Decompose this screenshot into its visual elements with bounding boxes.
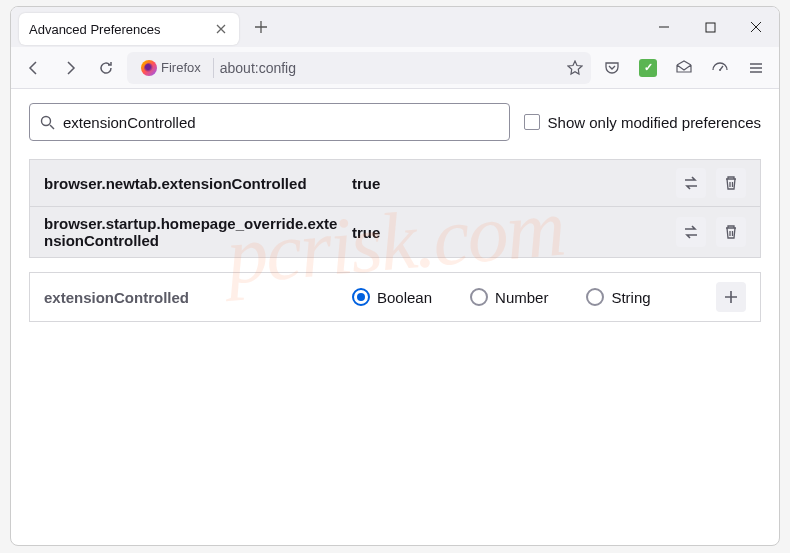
url-separator [213,58,214,78]
radio-icon [470,288,488,306]
type-boolean-radio[interactable]: Boolean [352,288,432,306]
pref-row[interactable]: browser.startup.homepage_override.extens… [30,207,760,257]
show-modified-checkbox[interactable]: Show only modified preferences [524,114,761,131]
radio-icon [352,288,370,306]
pref-name: browser.newtab.extensionControlled [44,175,344,192]
pocket-icon[interactable] [597,53,627,83]
prefs-table: browser.newtab.extensionControlled true … [29,159,761,258]
type-label: String [611,289,650,306]
titlebar: Advanced Preferences [11,7,779,47]
delete-button[interactable] [716,168,746,198]
type-label: Boolean [377,289,432,306]
tab-active[interactable]: Advanced Preferences [19,13,239,45]
svg-point-2 [42,116,51,125]
window-controls [641,7,779,47]
gauge-icon[interactable] [705,53,735,83]
new-pref-row: extensionControlled Boolean Number Strin… [29,272,761,322]
url-text: about:config [220,60,561,76]
delete-button[interactable] [716,217,746,247]
type-options: Boolean Number String [352,288,708,306]
app-menu-button[interactable] [741,53,771,83]
type-number-radio[interactable]: Number [470,288,548,306]
identity-label: Firefox [161,60,201,75]
checkbox-icon [524,114,540,130]
content-area: Show only modified preferences browser.n… [11,89,779,336]
toggle-button[interactable] [676,168,706,198]
pref-value: true [352,224,668,241]
url-bar[interactable]: Firefox about:config [127,52,591,84]
browser-window: Advanced Preferences [10,6,780,546]
toolbar: Firefox about:config [11,47,779,89]
bookmark-star-icon[interactable] [567,60,583,76]
maximize-button[interactable] [687,7,733,47]
search-row: Show only modified preferences [29,103,761,141]
type-string-radio[interactable]: String [586,288,650,306]
pref-row[interactable]: browser.newtab.extensionControlled true [30,160,760,207]
svg-rect-0 [706,23,715,32]
forward-button[interactable] [55,53,85,83]
pref-name: browser.startup.homepage_override.extens… [44,215,344,249]
radio-icon [586,288,604,306]
search-input[interactable] [63,114,499,131]
tab-close-icon[interactable] [213,21,229,37]
search-icon [40,115,55,130]
toggle-button[interactable] [676,217,706,247]
svg-point-1 [719,69,721,71]
minimize-button[interactable] [641,7,687,47]
show-modified-label: Show only modified preferences [548,114,761,131]
tab-title: Advanced Preferences [29,22,213,37]
pref-value: true [352,175,668,192]
new-pref-name: extensionControlled [44,289,344,306]
firefox-icon [141,60,157,76]
add-button[interactable] [716,282,746,312]
reload-button[interactable] [91,53,121,83]
new-tab-button[interactable] [245,11,277,43]
back-button[interactable] [19,53,49,83]
identity-box[interactable]: Firefox [135,60,207,76]
search-box[interactable] [29,103,510,141]
inbox-icon[interactable] [669,53,699,83]
extension-icon[interactable] [633,53,663,83]
type-label: Number [495,289,548,306]
close-window-button[interactable] [733,7,779,47]
